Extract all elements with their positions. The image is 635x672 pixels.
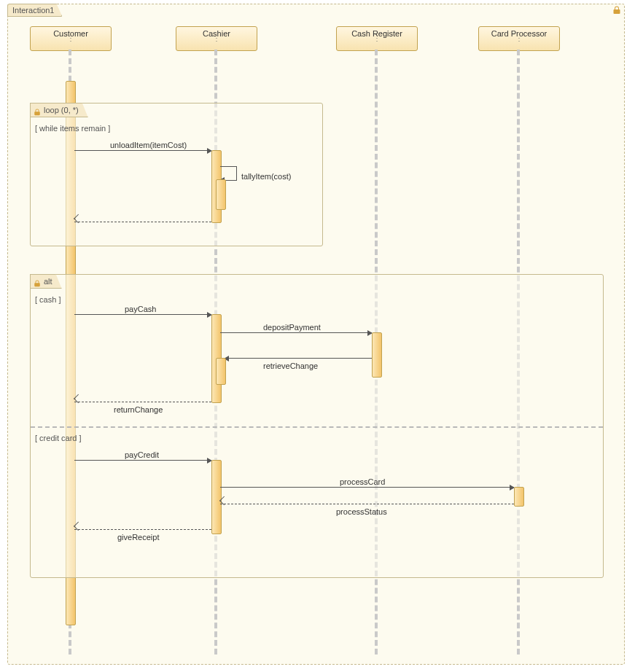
message-paycash-label: payCash — [125, 305, 156, 313]
message-processcard[interactable] — [220, 487, 514, 488]
fragment-loop-operator: loop (0, *) — [44, 103, 79, 117]
lifeline-head-card-processor[interactable]: Card Processor : — [478, 26, 560, 51]
activation-cashier-self — [216, 179, 226, 210]
lifeline-colon: : — [176, 38, 257, 41]
message-depositpayment[interactable] — [220, 332, 372, 333]
message-tallyitem-label: tallyItem(cost) — [241, 172, 291, 181]
lock-icon — [612, 6, 621, 15]
alt-guard-credit: [ credit card ] — [35, 434, 82, 442]
message-unloaditem-label: unloadItem(itemCost) — [110, 141, 187, 149]
message-paycredit-label: payCredit — [125, 450, 159, 459]
message-retrievechange-label: retrieveChange — [263, 362, 318, 370]
interaction-frame: Interaction1 Customer : Cashier : Cash R… — [7, 4, 625, 665]
message-depositpayment-label: depositPayment — [263, 323, 321, 332]
lock-icon — [34, 106, 41, 114]
fragment-loop-tab: loop (0, *) — [30, 103, 88, 117]
frame-name-text: Interaction1 — [12, 6, 54, 15]
message-paycredit[interactable] — [74, 460, 211, 461]
lifeline-colon: : — [479, 38, 559, 41]
message-processstatus[interactable] — [220, 504, 514, 504]
lifeline-head-customer[interactable]: Customer : — [30, 26, 112, 51]
alt-guard-cash: [ cash ] — [35, 295, 61, 304]
message-loop-return[interactable] — [74, 222, 211, 222]
fragment-alt[interactable]: alt [ cash ] [ credit card ] — [30, 274, 604, 578]
message-returnchange[interactable] — [74, 402, 211, 402]
fragment-alt-tab: alt — [30, 274, 62, 289]
message-processcard-label: processCard — [340, 477, 385, 486]
loop-guard: [ while items remain ] — [35, 124, 110, 133]
lifeline-head-cashier[interactable]: Cashier : — [176, 26, 257, 51]
lock-icon — [34, 278, 41, 285]
alt-operand-separator — [31, 426, 603, 428]
diagram-canvas: Interaction1 Customer : Cashier : Cash R… — [0, 0, 635, 672]
message-paycash[interactable] — [74, 314, 211, 315]
lifeline-colon: : — [337, 38, 417, 41]
message-unloaditem[interactable] — [74, 150, 211, 151]
message-returnchange-label: returnChange — [114, 405, 163, 414]
lifeline-colon: : — [31, 38, 111, 41]
message-tallyitem[interactable] — [220, 166, 237, 181]
activation-cashier-retrieve — [216, 358, 226, 385]
message-retrievechange[interactable] — [225, 358, 372, 359]
lifeline-head-cash-register[interactable]: Cash Register : — [336, 26, 418, 51]
frame-label: Interaction1 — [7, 4, 62, 17]
fragment-alt-operator: alt — [44, 275, 52, 288]
activation-cashier-credit — [211, 460, 222, 534]
activation-cash-register — [372, 332, 382, 378]
message-givereceipt[interactable] — [74, 529, 211, 530]
message-processstatus-label: processStatus — [336, 507, 387, 516]
activation-card-processor — [514, 487, 524, 507]
message-givereceipt-label: giveReceipt — [117, 533, 159, 542]
